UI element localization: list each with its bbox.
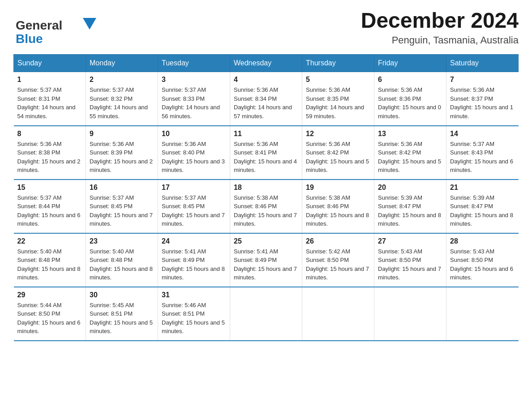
week-row-4: 22 Sunrise: 5:40 AMSunset: 8:48 PMDaylig… — [14, 233, 519, 287]
day-number: 23 — [90, 237, 154, 245]
day-info: Sunrise: 5:38 AMSunset: 8:46 PMDaylight:… — [306, 194, 369, 227]
day-cell: 27 Sunrise: 5:43 AMSunset: 8:50 PMDaylig… — [374, 233, 446, 287]
col-wednesday: Wednesday — [230, 55, 302, 72]
day-number: 22 — [17, 237, 82, 245]
day-number: 11 — [234, 130, 298, 138]
day-number: 30 — [90, 291, 154, 299]
calendar-table: Sunday Monday Tuesday Wednesday Thursday… — [13, 54, 519, 341]
day-info: Sunrise: 5:37 AMSunset: 8:45 PMDaylight:… — [90, 194, 153, 227]
day-number: 8 — [17, 130, 82, 138]
day-info: Sunrise: 5:44 AMSunset: 8:50 PMDaylight:… — [17, 302, 81, 335]
day-cell: 14 Sunrise: 5:37 AMSunset: 8:43 PMDaylig… — [446, 126, 519, 180]
col-monday: Monday — [86, 55, 158, 72]
day-info: Sunrise: 5:43 AMSunset: 8:50 PMDaylight:… — [378, 248, 441, 281]
day-number: 7 — [450, 76, 515, 84]
day-number: 1 — [17, 76, 82, 84]
day-info: Sunrise: 5:39 AMSunset: 8:47 PMDaylight:… — [378, 194, 441, 227]
svg-text:Blue: Blue — [16, 32, 43, 46]
day-cell — [230, 287, 302, 341]
day-number: 10 — [162, 130, 226, 138]
day-cell: 11 Sunrise: 5:36 AMSunset: 8:41 PMDaylig… — [230, 126, 302, 180]
day-cell: 9 Sunrise: 5:36 AMSunset: 8:39 PMDayligh… — [86, 126, 158, 180]
day-info: Sunrise: 5:36 AMSunset: 8:34 PMDaylight:… — [234, 86, 292, 120]
day-info: Sunrise: 5:43 AMSunset: 8:50 PMDaylight:… — [450, 248, 513, 281]
header-row: Sunday Monday Tuesday Wednesday Thursday… — [14, 55, 519, 72]
day-cell: 17 Sunrise: 5:37 AMSunset: 8:45 PMDaylig… — [158, 180, 230, 233]
day-cell: 7 Sunrise: 5:36 AMSunset: 8:37 PMDayligh… — [446, 72, 519, 126]
day-info: Sunrise: 5:36 AMSunset: 8:42 PMDaylight:… — [378, 141, 441, 174]
day-number: 17 — [162, 184, 226, 192]
day-info: Sunrise: 5:37 AMSunset: 8:45 PMDaylight:… — [162, 194, 225, 227]
day-cell: 6 Sunrise: 5:36 AMSunset: 8:36 PMDayligh… — [374, 72, 446, 126]
day-info: Sunrise: 5:36 AMSunset: 8:38 PMDaylight:… — [17, 141, 81, 174]
day-info: Sunrise: 5:37 AMSunset: 8:31 PMDaylight:… — [17, 86, 76, 120]
col-thursday: Thursday — [302, 55, 374, 72]
day-cell: 15 Sunrise: 5:37 AMSunset: 8:44 PMDaylig… — [14, 180, 86, 233]
day-cell: 1 Sunrise: 5:37 AMSunset: 8:31 PMDayligh… — [14, 72, 86, 126]
day-info: Sunrise: 5:36 AMSunset: 8:36 PMDaylight:… — [378, 86, 441, 120]
col-saturday: Saturday — [446, 55, 519, 72]
day-info: Sunrise: 5:36 AMSunset: 8:40 PMDaylight:… — [162, 141, 225, 174]
week-row-3: 15 Sunrise: 5:37 AMSunset: 8:44 PMDaylig… — [14, 180, 519, 233]
day-cell: 16 Sunrise: 5:37 AMSunset: 8:45 PMDaylig… — [86, 180, 158, 233]
week-row-2: 8 Sunrise: 5:36 AMSunset: 8:38 PMDayligh… — [14, 126, 519, 180]
day-cell: 23 Sunrise: 5:40 AMSunset: 8:48 PMDaylig… — [86, 233, 158, 287]
day-info: Sunrise: 5:41 AMSunset: 8:49 PMDaylight:… — [234, 248, 297, 281]
day-cell: 8 Sunrise: 5:36 AMSunset: 8:38 PMDayligh… — [14, 126, 86, 180]
week-row-5: 29 Sunrise: 5:44 AMSunset: 8:50 PMDaylig… — [14, 287, 519, 341]
day-info: Sunrise: 5:36 AMSunset: 8:39 PMDaylight:… — [90, 141, 153, 174]
day-number: 27 — [378, 237, 442, 245]
day-cell: 3 Sunrise: 5:37 AMSunset: 8:33 PMDayligh… — [158, 72, 230, 126]
day-info: Sunrise: 5:45 AMSunset: 8:51 PMDaylight:… — [90, 302, 153, 335]
day-number: 21 — [450, 184, 515, 192]
day-info: Sunrise: 5:37 AMSunset: 8:32 PMDaylight:… — [90, 86, 148, 120]
day-number: 18 — [234, 184, 298, 192]
day-number: 2 — [90, 76, 154, 84]
day-cell: 19 Sunrise: 5:38 AMSunset: 8:46 PMDaylig… — [302, 180, 374, 233]
day-cell: 20 Sunrise: 5:39 AMSunset: 8:47 PMDaylig… — [374, 180, 446, 233]
day-cell: 26 Sunrise: 5:42 AMSunset: 8:50 PMDaylig… — [302, 233, 374, 287]
day-cell — [446, 287, 519, 341]
day-cell: 30 Sunrise: 5:45 AMSunset: 8:51 PMDaylig… — [86, 287, 158, 341]
day-cell: 28 Sunrise: 5:43 AMSunset: 8:50 PMDaylig… — [446, 233, 519, 287]
day-number: 14 — [450, 130, 515, 138]
day-number: 19 — [306, 184, 370, 192]
day-number: 31 — [162, 291, 226, 299]
day-number: 3 — [162, 76, 226, 84]
day-cell: 13 Sunrise: 5:36 AMSunset: 8:42 PMDaylig… — [374, 126, 446, 180]
logo-svg: General Blue — [13, 13, 99, 46]
day-info: Sunrise: 5:36 AMSunset: 8:42 PMDaylight:… — [306, 141, 369, 174]
day-cell: 31 Sunrise: 5:46 AMSunset: 8:51 PMDaylig… — [158, 287, 230, 341]
day-cell: 24 Sunrise: 5:41 AMSunset: 8:49 PMDaylig… — [158, 233, 230, 287]
day-number: 15 — [17, 184, 82, 192]
col-tuesday: Tuesday — [158, 55, 230, 72]
day-info: Sunrise: 5:41 AMSunset: 8:49 PMDaylight:… — [162, 248, 225, 281]
day-cell: 5 Sunrise: 5:36 AMSunset: 8:35 PMDayligh… — [302, 72, 374, 126]
col-sunday: Sunday — [14, 55, 86, 72]
day-cell: 12 Sunrise: 5:36 AMSunset: 8:42 PMDaylig… — [302, 126, 374, 180]
day-number: 29 — [17, 291, 82, 299]
day-cell: 25 Sunrise: 5:41 AMSunset: 8:49 PMDaylig… — [230, 233, 302, 287]
day-info: Sunrise: 5:46 AMSunset: 8:51 PMDaylight:… — [162, 302, 225, 335]
day-cell: 18 Sunrise: 5:38 AMSunset: 8:46 PMDaylig… — [230, 180, 302, 233]
day-info: Sunrise: 5:36 AMSunset: 8:35 PMDaylight:… — [306, 86, 364, 120]
svg-text:General: General — [16, 18, 62, 32]
day-info: Sunrise: 5:38 AMSunset: 8:46 PMDaylight:… — [234, 194, 297, 227]
day-number: 26 — [306, 237, 370, 245]
day-cell: 22 Sunrise: 5:40 AMSunset: 8:48 PMDaylig… — [14, 233, 86, 287]
day-number: 9 — [90, 130, 154, 138]
logo: General Blue — [13, 9, 99, 46]
day-info: Sunrise: 5:37 AMSunset: 8:44 PMDaylight:… — [17, 194, 81, 227]
day-cell: 10 Sunrise: 5:36 AMSunset: 8:40 PMDaylig… — [158, 126, 230, 180]
day-info: Sunrise: 5:39 AMSunset: 8:47 PMDaylight:… — [450, 194, 513, 227]
day-info: Sunrise: 5:42 AMSunset: 8:50 PMDaylight:… — [306, 248, 369, 281]
day-info: Sunrise: 5:36 AMSunset: 8:41 PMDaylight:… — [234, 141, 297, 174]
svg-marker-1 — [83, 18, 96, 30]
month-title: December 2024 — [361, 9, 519, 33]
day-cell: 21 Sunrise: 5:39 AMSunset: 8:47 PMDaylig… — [446, 180, 519, 233]
day-number: 20 — [378, 184, 442, 192]
day-number: 12 — [306, 130, 370, 138]
col-friday: Friday — [374, 55, 446, 72]
day-number: 16 — [90, 184, 154, 192]
day-cell: 2 Sunrise: 5:37 AMSunset: 8:32 PMDayligh… — [86, 72, 158, 126]
